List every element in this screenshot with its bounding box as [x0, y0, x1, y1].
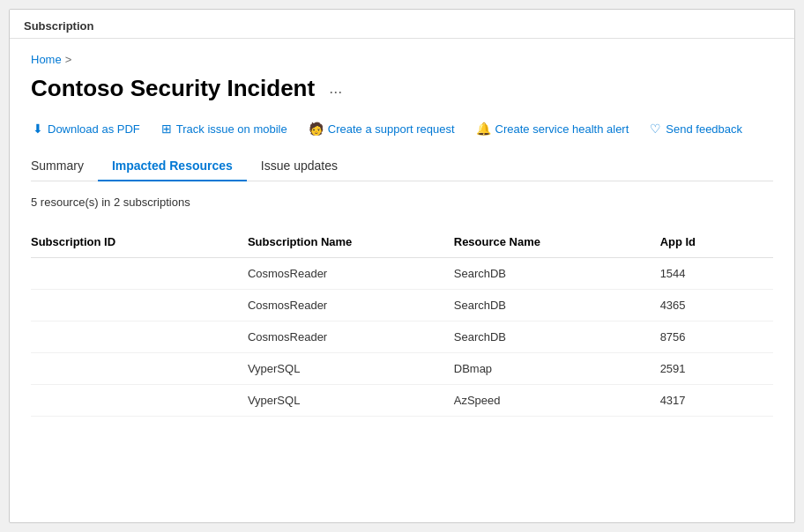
page-header: Contoso Security Incident ... — [31, 75, 773, 102]
tabs-container: Summary Impacted Resources Issue updates — [31, 151, 773, 181]
cell-subscription-name: VyperSQL — [237, 385, 443, 417]
cell-resource-name: SearchDB — [443, 290, 650, 321]
page-title: Contoso Security Incident — [31, 75, 315, 102]
track-mobile-label: Track issue on mobile — [176, 122, 287, 136]
cell-subscription-id — [31, 385, 237, 417]
tab-impacted-resources[interactable]: Impacted Resources — [98, 151, 247, 181]
cell-subscription-name: VyperSQL — [237, 353, 443, 385]
breadcrumb: Home > — [31, 53, 773, 66]
create-support-button[interactable]: 🧑 Create a support request — [307, 118, 457, 139]
table-row: VyperSQLDBmap2591 — [31, 353, 773, 385]
cell-app-id: 1544 — [650, 258, 773, 290]
cell-subscription-name: CosmosReader — [237, 290, 443, 321]
cell-app-id: 8756 — [650, 321, 773, 353]
cell-subscription-name: CosmosReader — [237, 321, 443, 353]
cell-resource-name: DBmap — [443, 353, 650, 385]
cell-app-id: 2591 — [650, 353, 773, 385]
content-area: Home > Contoso Security Incident ... ⬇ D… — [10, 39, 794, 438]
table-row: CosmosReaderSearchDB4365 — [31, 290, 773, 321]
download-pdf-button[interactable]: ⬇ Download as PDF — [31, 118, 142, 139]
title-bar: Subscription — [10, 10, 794, 39]
mobile-icon: ⊞ — [161, 122, 172, 136]
tabs: Summary Impacted Resources Issue updates — [31, 151, 773, 181]
col-header-app-id: App Id — [650, 226, 773, 258]
support-icon: 🧑 — [309, 122, 324, 136]
send-feedback-button[interactable]: ♡ Send feedback — [648, 118, 744, 139]
cell-subscription-id — [31, 290, 237, 321]
cell-resource-name: AzSpeed — [443, 385, 650, 417]
create-alert-button[interactable]: 🔔 Create service health alert — [474, 118, 631, 139]
send-feedback-label: Send feedback — [666, 122, 742, 136]
cell-resource-name: SearchDB — [443, 258, 650, 290]
cell-app-id: 4317 — [650, 385, 773, 417]
create-alert-label: Create service health alert — [495, 122, 629, 136]
cell-app-id: 4365 — [650, 290, 773, 321]
table-row: CosmosReaderSearchDB8756 — [31, 321, 773, 353]
cell-subscription-name: CosmosReader — [237, 258, 443, 290]
table-row: VyperSQLAzSpeed4317 — [31, 385, 773, 417]
cell-subscription-id — [31, 353, 237, 385]
table-body: CosmosReaderSearchDB1544CosmosReaderSear… — [31, 258, 773, 417]
cell-subscription-id — [31, 258, 237, 290]
table-header-row: Subscription ID Subscription Name Resour… — [31, 226, 773, 258]
col-header-subscription-name: Subscription Name — [237, 226, 443, 258]
cell-resource-name: SearchDB — [443, 321, 650, 353]
alert-icon: 🔔 — [476, 122, 491, 136]
col-header-resource-name: Resource Name — [443, 226, 650, 258]
breadcrumb-separator: > — [65, 53, 72, 66]
track-mobile-button[interactable]: ⊞ Track issue on mobile — [160, 118, 289, 139]
main-window: Subscription Home > Contoso Security Inc… — [9, 9, 795, 523]
window-title: Subscription — [24, 19, 93, 33]
tab-summary[interactable]: Summary — [31, 151, 98, 181]
tab-issue-updates[interactable]: Issue updates — [247, 151, 352, 181]
create-support-label: Create a support request — [328, 122, 455, 136]
resource-count: 5 resource(s) in 2 subscriptions — [31, 196, 773, 209]
table-row: CosmosReaderSearchDB1544 — [31, 258, 773, 290]
breadcrumb-home[interactable]: Home — [31, 53, 62, 66]
col-header-subscription-id: Subscription ID — [31, 226, 237, 258]
download-icon: ⬇ — [33, 122, 43, 136]
feedback-icon: ♡ — [650, 122, 661, 136]
cell-subscription-id — [31, 321, 237, 353]
toolbar: ⬇ Download as PDF ⊞ Track issue on mobil… — [31, 118, 773, 139]
ellipsis-menu-button[interactable]: ... — [324, 78, 347, 100]
table-header: Subscription ID Subscription Name Resour… — [31, 226, 773, 258]
download-pdf-label: Download as PDF — [48, 122, 140, 136]
impacted-resources-table: Subscription ID Subscription Name Resour… — [31, 226, 773, 417]
